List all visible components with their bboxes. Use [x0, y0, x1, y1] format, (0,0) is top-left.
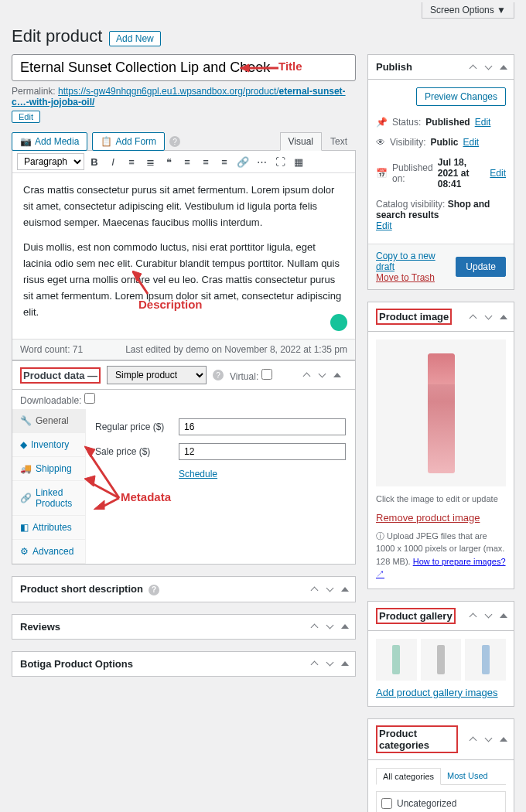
- link-button[interactable]: 🔗: [234, 153, 251, 170]
- product-data-heading: Product data —: [23, 370, 97, 381]
- add-new-button[interactable]: Add New: [109, 31, 161, 46]
- tab-all-categories[interactable]: All categories: [376, 768, 441, 785]
- product-image-heading: Product image: [368, 302, 459, 331]
- tab-linked-products[interactable]: 🔗 Linked Products: [12, 481, 85, 516]
- bold-button[interactable]: B: [86, 153, 103, 170]
- align-right-button[interactable]: ≡: [216, 153, 233, 170]
- publish-heading: Publish: [368, 55, 420, 79]
- toggle-icon[interactable]: [338, 657, 352, 670]
- product-gallery-heading: Product gallery: [368, 602, 463, 630]
- svg-line-6: [91, 483, 119, 498]
- tab-inventory[interactable]: ◆ Inventory: [12, 433, 85, 457]
- virtual-checkbox[interactable]: [261, 369, 272, 380]
- edit-visibility-link[interactable]: Edit: [463, 137, 479, 148]
- move-trash-link[interactable]: Move to Trash: [376, 272, 456, 283]
- editor-content-area[interactable]: Cras mattis consectetur purus sit amet f…: [12, 173, 355, 339]
- toggle-icon[interactable]: [497, 310, 511, 324]
- move-up-icon[interactable]: [307, 582, 321, 596]
- svg-marker-9: [94, 500, 104, 510]
- product-title-input[interactable]: [12, 54, 356, 81]
- reviews-heading: Reviews: [12, 615, 68, 639]
- tab-most-used[interactable]: Most Used: [441, 768, 494, 784]
- add-form-button[interactable]: 📋 Add Form: [92, 132, 165, 151]
- product-image-thumbnail[interactable]: [376, 339, 506, 486]
- permalink-link[interactable]: https://s-gw49nhqgn6gpl.eu1.wpsandbox.or…: [12, 86, 346, 107]
- category-checkbox-uncategorized[interactable]: [381, 798, 392, 809]
- align-left-button[interactable]: ≡: [179, 153, 196, 170]
- tab-text[interactable]: Text: [322, 132, 356, 151]
- move-up-icon[interactable]: [299, 368, 313, 382]
- move-down-icon[interactable]: [481, 310, 495, 324]
- content-editor: Paragraph B I ≡ ≣ ❝ ≡ ≡ ≡ 🔗 ⋯ ⛶ ▦ Cras m…: [12, 150, 356, 360]
- help-icon[interactable]: ?: [169, 136, 180, 147]
- move-up-icon[interactable]: [307, 619, 321, 633]
- move-down-icon[interactable]: [323, 657, 336, 670]
- move-up-icon[interactable]: [466, 310, 480, 324]
- gallery-thumb[interactable]: [421, 639, 462, 681]
- gallery-thumb[interactable]: [376, 639, 417, 681]
- quote-button[interactable]: ❝: [160, 153, 177, 170]
- move-up-icon[interactable]: [466, 732, 480, 746]
- fullscreen-button[interactable]: ⛶: [272, 153, 289, 170]
- schedule-link[interactable]: Schedule: [179, 469, 217, 479]
- help-icon[interactable]: ?: [149, 585, 159, 595]
- grammarly-icon[interactable]: [330, 314, 347, 331]
- edit-date-link[interactable]: Edit: [490, 168, 506, 179]
- tab-general[interactable]: 🔧 General: [12, 409, 85, 433]
- short-description-heading: Product short description ?: [12, 577, 167, 602]
- permalink-label: Permalink:: [12, 86, 56, 97]
- tab-attributes[interactable]: ◧ Attributes: [12, 516, 85, 540]
- preview-changes-button[interactable]: Preview Changes: [416, 87, 506, 106]
- toggle-icon[interactable]: [338, 619, 352, 633]
- italic-button[interactable]: I: [104, 153, 121, 170]
- toggle-icon[interactable]: [330, 368, 344, 382]
- bullet-list-button[interactable]: ≡: [123, 153, 140, 170]
- add-media-button[interactable]: 📷 Add Media: [12, 132, 87, 151]
- svg-marker-7: [84, 476, 95, 486]
- toggle-icon[interactable]: [338, 582, 352, 596]
- screen-options-button[interactable]: Screen Options ▼: [422, 2, 514, 19]
- toggle-icon[interactable]: [497, 609, 511, 623]
- regular-price-label: Regular price ($): [95, 421, 172, 432]
- align-center-button[interactable]: ≡: [197, 153, 214, 170]
- move-up-icon[interactable]: [466, 60, 480, 74]
- downloadable-label: Downloadable:: [20, 395, 81, 406]
- sale-price-label: Sale price ($): [95, 446, 172, 457]
- copy-draft-link[interactable]: Copy to a new draft: [376, 251, 456, 272]
- move-down-icon[interactable]: [481, 732, 495, 746]
- tab-shipping[interactable]: 🚚 Shipping: [12, 457, 85, 481]
- toggle-icon[interactable]: [497, 60, 511, 74]
- move-down-icon[interactable]: [481, 609, 495, 623]
- move-down-icon[interactable]: [315, 368, 329, 382]
- add-gallery-link[interactable]: Add product gallery images: [376, 687, 498, 698]
- edit-catalog-link[interactable]: Edit: [376, 220, 392, 231]
- page-title: Edit product: [12, 26, 102, 46]
- move-up-icon[interactable]: [466, 609, 480, 623]
- move-down-icon[interactable]: [323, 619, 336, 633]
- virtual-label: Virtual:: [230, 371, 258, 382]
- content-p1: Cras mattis consectetur purus sit amet f…: [23, 183, 344, 230]
- regular-price-input[interactable]: [179, 418, 346, 435]
- tab-visual[interactable]: Visual: [280, 132, 322, 151]
- image-click-text: Click the image to edit or update: [376, 493, 506, 506]
- toolbar-toggle-button[interactable]: ▦: [290, 153, 307, 170]
- move-down-icon[interactable]: [323, 582, 336, 596]
- gallery-thumb[interactable]: [465, 639, 506, 681]
- remove-image-link[interactable]: Remove product image: [376, 512, 480, 524]
- move-up-icon[interactable]: [307, 657, 321, 670]
- format-select[interactable]: Paragraph: [17, 153, 84, 170]
- more-button[interactable]: ⋯: [253, 153, 270, 170]
- annotation-metadata: Metadata: [121, 490, 171, 503]
- edit-status-link[interactable]: Edit: [475, 117, 491, 128]
- tab-advanced[interactable]: ⚙ Advanced: [12, 540, 85, 564]
- help-icon[interactable]: ?: [213, 370, 224, 380]
- word-count: Word count: 71: [20, 344, 83, 355]
- toggle-icon[interactable]: [497, 732, 511, 746]
- sale-price-input[interactable]: [179, 443, 346, 460]
- edit-slug-button[interactable]: Edit: [12, 111, 40, 123]
- downloadable-checkbox[interactable]: [84, 393, 95, 404]
- move-down-icon[interactable]: [481, 60, 495, 74]
- update-button[interactable]: Update: [456, 257, 506, 277]
- numbered-list-button[interactable]: ≣: [142, 153, 159, 170]
- product-type-select[interactable]: Simple product: [107, 366, 207, 384]
